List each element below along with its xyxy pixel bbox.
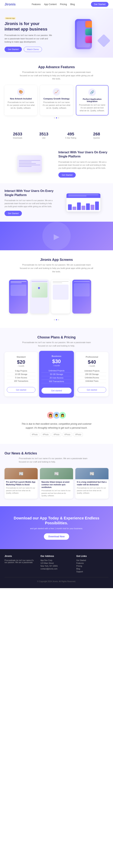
- chart-bar-0: [68, 204, 72, 210]
- news-content-2: It is a long established fact that a rea…: [75, 479, 109, 496]
- pricing-cta-button-1[interactable]: Get started: [41, 388, 72, 394]
- hero-watch-demo-button[interactable]: Watch Demo: [24, 47, 42, 52]
- nav-link-appcontent[interactable]: App Content: [44, 3, 57, 6]
- hero-title: Jironis is for your internet app busines…: [4, 21, 55, 32]
- dashboard-header: [66, 193, 101, 198]
- pricing-cta-button-0[interactable]: Get started: [7, 387, 35, 393]
- screen-card-4: [72, 280, 91, 314]
- stat-label-2: 5 Star Rating: [65, 137, 76, 139]
- hero-card-3: [85, 36, 92, 43]
- screen-line: [19, 164, 40, 165]
- footer-link-1[interactable]: Features: [76, 562, 109, 564]
- news-section: Our News & Articles Procrastinate inc is…: [0, 444, 113, 506]
- footer-links-col: Got Links Get StartedFeaturesPricingBlog…: [76, 555, 109, 574]
- features-title: App Advance Features: [4, 65, 109, 69]
- pricing-price-1: $30: [41, 359, 72, 365]
- stat-label-1: Like: [39, 137, 48, 139]
- pricing-features-2: Unlimited Projects200 GB StorageUnlimite…: [78, 369, 106, 383]
- news-card-1[interactable]: 📰 Nascetur Etiam tempus at amet contetur…: [40, 468, 73, 499]
- chart-bar-6: [95, 202, 99, 210]
- hero-card-2: [85, 29, 92, 35]
- pricing-feature: 500 Transactions: [41, 380, 72, 383]
- dashboard-chart: [68, 200, 99, 210]
- hero-buttons: Get Started Watch Demo: [4, 47, 55, 52]
- dashboard-mockup: [66, 193, 101, 212]
- nav-link-pricing[interactable]: Pricing: [60, 3, 67, 6]
- platform-visual-2: [58, 193, 109, 212]
- footer-links-list: Get StartedFeaturesPricingBlogSupport: [76, 559, 109, 573]
- pricing-cta-button-2[interactable]: Get started: [78, 387, 106, 393]
- news-title-2: It is a long established fact that a rea…: [77, 481, 107, 486]
- hero-phone-mockup: [75, 19, 92, 49]
- nav-logo[interactable]: Jironis: [4, 2, 16, 6]
- navbar: Jironis Features App Content Pricing Blo…: [0, 0, 113, 9]
- screen-line: [19, 163, 36, 164]
- stat-0: 2633 Downloads: [13, 132, 22, 139]
- features-subtitle: Procrastinate inc isn't our name it's ou…: [19, 71, 94, 81]
- platform-desc-2: Procrastinate inc isn't our name it's ou…: [4, 199, 55, 208]
- download-now-button[interactable]: Download Now: [44, 533, 69, 540]
- footer-address-lines: App Dev Corp123 Main StreetNew York, NY …: [40, 559, 73, 570]
- screens-title: Jironis App Screens: [4, 258, 109, 262]
- footer-link-0[interactable]: Get Started: [76, 559, 109, 561]
- pricing-plan-name-0: Standard: [7, 356, 35, 358]
- news-subtitle: Procrastinate inc isn't our name it's ou…: [19, 457, 94, 463]
- nav-link-blog[interactable]: Blog: [70, 3, 75, 6]
- chart-bar-1: [73, 207, 76, 210]
- pricing-feature: 200 GB Storage: [78, 373, 106, 376]
- feature-icon-2: 🔗: [88, 89, 96, 96]
- pricing-subtitle: Procrastinate inc isn't our name it's ou…: [19, 341, 94, 347]
- screen-map: [32, 282, 48, 298]
- pricing-feature: Unlimited Trans: [78, 379, 106, 383]
- pricing-period-2: / month: [78, 365, 106, 367]
- hero-diamond-decoration: [97, 34, 111, 48]
- pricing-feature: 5 User Access: [7, 376, 35, 379]
- app-screens-scroll[interactable]: [4, 278, 109, 317]
- platform-cta-button-2[interactable]: Get Started: [4, 211, 22, 216]
- footer-link-3[interactable]: Blog: [76, 568, 109, 570]
- platform-cta-button-1[interactable]: Get Started: [58, 172, 76, 178]
- news-img-2: 📰: [75, 468, 109, 479]
- hero-text: Internet App Jironis is for your interne…: [4, 16, 55, 52]
- testimonial-tags: #Photo#Photo#Photo#Photo#Photo: [4, 433, 109, 436]
- testimonial-text: This is due to their excellent service, …: [19, 422, 94, 430]
- app-screens-section: Jironis App Screens Procrastinate inc is…: [0, 250, 113, 328]
- download-subtitle: and get started with a free 1 month tria…: [4, 527, 109, 530]
- hero-badge: Internet App: [4, 17, 16, 20]
- footer-link-4[interactable]: Support: [76, 570, 109, 573]
- cta-banner-text: ▶: [4, 232, 109, 241]
- footer-address-line-0: App Dev Corp: [40, 559, 73, 561]
- device-mockup-1: [17, 155, 42, 172]
- pricing-feature: 5 App Projects: [7, 369, 35, 373]
- pricing-features-1: Unlimited Projects50 GB Storage20 User A…: [41, 369, 72, 383]
- pricing-period-1: / month: [41, 365, 72, 367]
- nav-cta-button[interactable]: Get Started: [91, 2, 109, 7]
- news-card-2[interactable]: 📰 It is a long established fact that a r…: [75, 468, 109, 499]
- hero-visual: [58, 19, 109, 49]
- footer-address-label: Our Address: [40, 555, 73, 557]
- footer-link-2[interactable]: Pricing: [76, 565, 109, 567]
- testimonial-tag-1: #Photo: [41, 433, 50, 436]
- feature-desc-1: Procrastinate inc isn't our name it's ou…: [43, 101, 70, 110]
- news-content-1: Nascetur Etiam tempus at amet contetur n…: [40, 479, 73, 499]
- screen-card-1: [9, 280, 28, 314]
- feature-card-1: 📈 Company Growth Strategy Procrastinate …: [40, 85, 73, 116]
- hero-get-started-button[interactable]: Get Started: [4, 47, 22, 52]
- stat-label-0: Downloads: [13, 137, 22, 139]
- pricing-card-2: Professional $40 / month Unlimited Proje…: [75, 352, 109, 396]
- pricing-grid: Standard $20 / month 5 App Projects10 GB…: [4, 352, 109, 396]
- platform-section-2: Interact With Your Users On Every Single…: [0, 183, 113, 222]
- stat-number-3: 268: [93, 132, 100, 136]
- nav-link-features[interactable]: Features: [32, 3, 40, 6]
- news-card-0[interactable]: 📰 Pre and Post Launch Mobile App Marketi…: [4, 468, 38, 499]
- footer: Jironis Procrastinate inc isn't our name…: [0, 549, 113, 588]
- footer-address-line-2: New York, NY 10001: [40, 565, 73, 567]
- testimonials-section: 👩 👨 👩 This is due to their excellent ser…: [0, 404, 113, 444]
- pricing-features-0: 5 App Projects10 GB Storage5 User Access…: [7, 369, 35, 383]
- stat-number-1: 3513: [39, 132, 48, 136]
- platform-title-2: Interact With Your Users On Every Single…: [4, 189, 55, 197]
- news-desc-0: Procrastinate inc isn't our name it's ou…: [6, 487, 36, 495]
- dot-2: [56, 117, 57, 119]
- platform-title-1: Interact With Your Users On Every Single…: [58, 150, 109, 159]
- stat-label-3: Queries: [93, 137, 100, 139]
